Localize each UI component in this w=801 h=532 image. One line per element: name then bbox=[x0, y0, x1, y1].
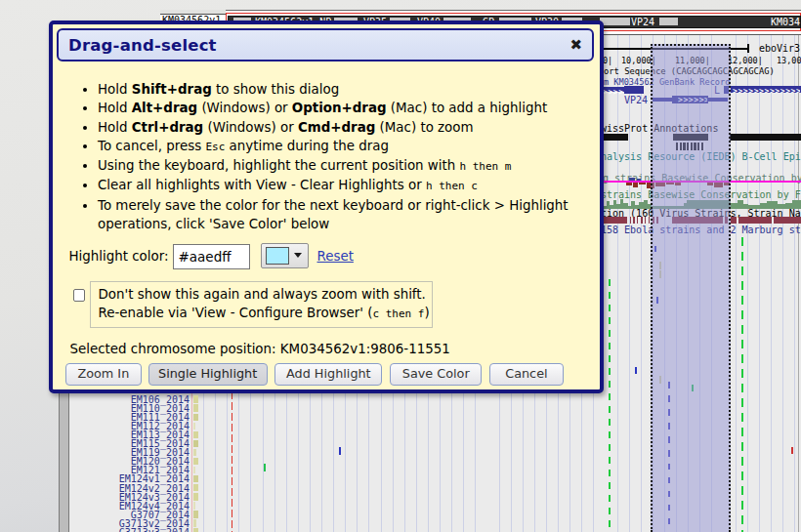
single-highlight-button[interactable]: Single Highlight bbox=[148, 363, 268, 386]
conservation-bar bbox=[792, 200, 801, 209]
close-icon[interactable]: ✖ bbox=[569, 36, 582, 54]
phylop-negative-spike bbox=[633, 183, 638, 187]
scale-bar-tick bbox=[747, 44, 748, 54]
ideogram-band-box bbox=[659, 18, 678, 26]
variation-block[interactable] bbox=[641, 217, 643, 224]
text-fragment: To merely save the color for the next ke… bbox=[98, 198, 569, 231]
text-fragment: Using the keyboard, highlight the curren… bbox=[98, 158, 459, 173]
dont-show-again-label[interactable]: Don't show this again and always zoom wi… bbox=[90, 281, 433, 328]
variation-block[interactable] bbox=[633, 217, 635, 224]
chevron-down-icon bbox=[294, 253, 302, 258]
variation-block[interactable] bbox=[645, 217, 647, 224]
bold-key-combo: Cmd+drag bbox=[298, 120, 375, 135]
strain-row-tick bbox=[193, 484, 198, 491]
text-fragment: Don't show this again and always zoom wi… bbox=[99, 287, 426, 302]
text-fragment: Hold bbox=[98, 120, 132, 135]
strain-row-tick bbox=[193, 414, 198, 421]
keyboard-shortcut: h then c bbox=[426, 180, 478, 192]
conservation-bar bbox=[767, 201, 778, 209]
ideogram-band-box bbox=[600, 18, 630, 26]
dialog-title: Drag-and-select bbox=[68, 36, 217, 55]
dialog-buttons: Zoom InSingle HighlightAdd HighlightSave… bbox=[53, 363, 600, 389]
variant-tick bbox=[264, 464, 266, 471]
text-fragment: to show this dialog bbox=[212, 82, 339, 97]
conservation-bar bbox=[748, 205, 760, 209]
strain-row-tick bbox=[193, 467, 195, 473]
dialog-titlebar[interactable]: Drag-and-select ✖ bbox=[57, 28, 594, 61]
strain-row-tick bbox=[193, 502, 195, 509]
strain-row-tick bbox=[193, 440, 198, 447]
ruler-position-label: 13,000| bbox=[777, 56, 801, 65]
conservation-bar bbox=[778, 204, 785, 209]
instruction-item: Using the keyboard, highlight the curren… bbox=[98, 156, 625, 176]
cancel-button[interactable]: Cancel bbox=[489, 363, 564, 386]
variation-block[interactable] bbox=[649, 217, 651, 224]
strain-row-tick bbox=[193, 395, 198, 402]
keyboard-shortcut: c then f bbox=[372, 307, 424, 320]
phylop-positive-mark bbox=[637, 179, 641, 181]
instruction-item: To merely save the color for the next ke… bbox=[98, 196, 625, 234]
instruction-item: Clear all highlights with View - Clear H… bbox=[98, 176, 625, 195]
variation-block[interactable] bbox=[637, 217, 639, 224]
variation-block[interactable] bbox=[738, 217, 773, 224]
instruction-item: Hold Shift+drag to show this dialog bbox=[98, 80, 625, 99]
text-fragment: Clear all highlights with View - Clear H… bbox=[98, 178, 426, 192]
conservation-bar bbox=[760, 203, 767, 209]
conservation-bar bbox=[785, 203, 792, 209]
keyboard-shortcut: h then m bbox=[459, 160, 511, 173]
strain-row-tick bbox=[193, 475, 198, 482]
label-margin-line bbox=[191, 381, 192, 532]
text-fragment: (Windows) or bbox=[203, 120, 298, 135]
swissprot-annotation-block[interactable] bbox=[730, 134, 801, 141]
text-fragment: Hold bbox=[98, 101, 132, 115]
variation-block[interactable] bbox=[774, 217, 801, 224]
instruction-item: Hold Ctrl+drag (Windows) or Cmd+drag (Ma… bbox=[98, 118, 625, 137]
conservation-bar bbox=[731, 203, 738, 209]
ruler-position-label: 12,000| bbox=[728, 56, 763, 65]
track-label[interactable]: VP24 bbox=[624, 96, 648, 105]
ideogram-left-notch bbox=[160, 10, 226, 15]
reset-link[interactable]: Reset bbox=[317, 249, 354, 264]
strain-row-tick bbox=[193, 404, 198, 411]
save-color-button[interactable]: Save Color bbox=[390, 363, 482, 386]
track-label[interactable]: eboVir3 bbox=[759, 44, 800, 54]
instruction-list: Hold Shift+drag to show this dialogHold … bbox=[66, 80, 625, 233]
selected-position-text: Selected chromosome position: KM034562v1… bbox=[70, 342, 450, 356]
drag-highlight-band[interactable] bbox=[651, 44, 731, 532]
zoom-in-button[interactable]: Zoom In bbox=[65, 363, 142, 386]
variation-block[interactable] bbox=[630, 217, 632, 224]
color-swatch bbox=[266, 247, 289, 265]
gene-cds-block[interactable] bbox=[624, 86, 643, 94]
add-highlight-button[interactable]: Add Highlight bbox=[274, 363, 382, 386]
variation-block[interactable] bbox=[731, 217, 737, 224]
strain-row-tick bbox=[193, 519, 196, 526]
instruction-item: To cancel, press Esc anytime during the … bbox=[98, 137, 625, 156]
ruler-position-label: 0| bbox=[603, 56, 612, 65]
strain-row-label[interactable]: G3713v3_2014 bbox=[119, 528, 190, 532]
text-fragment: (Mac) to zoom bbox=[375, 120, 473, 135]
text-fragment: anytime during the drag bbox=[225, 139, 389, 153]
strain-row-tick bbox=[193, 449, 196, 456]
phylop-positive-mark bbox=[629, 178, 635, 181]
dont-show-again-checkbox[interactable] bbox=[73, 289, 86, 302]
highlight-color-label: Highlight color: bbox=[69, 249, 169, 264]
strain-row-tick bbox=[193, 528, 198, 532]
phylop-negative-spike bbox=[626, 183, 632, 185]
ideogram-gene-label: VP24 bbox=[631, 17, 654, 28]
instruction-item: Hold Alt+drag (Windows) or Option+drag (… bbox=[98, 99, 625, 117]
keyboard-shortcut: Esc bbox=[205, 141, 225, 153]
text-fragment: To cancel, press bbox=[98, 139, 205, 153]
bold-key-combo: Option+drag bbox=[292, 101, 387, 115]
drag-select-dialog: Drag-and-select ✖ Hold Shift+drag to sho… bbox=[49, 20, 604, 393]
strain-row-tick bbox=[193, 431, 198, 438]
strain-row-tick bbox=[193, 511, 198, 517]
highlight-color-input[interactable] bbox=[173, 244, 250, 269]
text-fragment: Hold bbox=[98, 82, 132, 97]
color-picker-button[interactable] bbox=[261, 243, 309, 268]
bold-key-combo: Ctrl+drag bbox=[132, 120, 203, 135]
screen: KM034562v1 KM034562v1 NPVP35VP40GPVP30VP… bbox=[0, 0, 801, 532]
bold-key-combo: Shift+drag bbox=[132, 82, 212, 97]
ideogram-gene-label: KM034 bbox=[771, 17, 800, 28]
image-right-border bbox=[798, 33, 799, 532]
strain-row-tick bbox=[193, 458, 198, 465]
